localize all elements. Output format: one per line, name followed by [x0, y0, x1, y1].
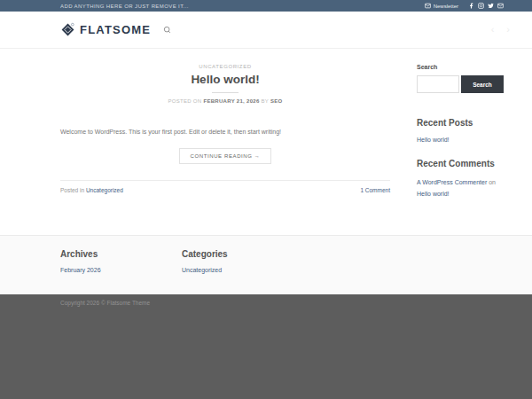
post-article: UNCATEGORIZED Hello world! POSTED ON FEB…	[60, 64, 390, 200]
top-bar: ADD ANYTHING HERE OR JUST REMOVE IT... N…	[0, 0, 532, 12]
comments-link[interactable]: 1 Comment	[360, 187, 390, 193]
recent-post-link[interactable]: Hello world!	[417, 137, 504, 143]
prev-arrow-button[interactable]: ‹	[489, 23, 497, 36]
flatsome-gem-icon	[60, 22, 75, 37]
sidebar: Search Search Recent Posts Hello world! …	[417, 64, 504, 200]
archives-widget: Archives February 2026	[60, 249, 182, 273]
envelope-icon	[425, 3, 431, 9]
recent-comments-heading: Recent Comments	[417, 159, 504, 168]
twitter-icon[interactable]	[488, 3, 494, 9]
instagram-icon[interactable]	[478, 3, 484, 9]
recent-posts-widget: Recent Posts Hello world!	[417, 118, 504, 143]
category-link[interactable]: Uncategorized	[182, 267, 303, 273]
title-divider	[212, 92, 239, 93]
footer-widgets: Archives February 2026 Categories Uncate…	[0, 235, 532, 294]
newsletter-label: Newsletter	[434, 4, 458, 9]
comment-author-link[interactable]: A WordPress Commenter	[417, 179, 487, 185]
archive-link[interactable]: February 2026	[60, 267, 182, 273]
comment-post-link[interactable]: Hello world!	[417, 191, 450, 197]
recent-posts-heading: Recent Posts	[417, 118, 504, 128]
search-icon[interactable]	[163, 26, 171, 34]
sidebar-search-button[interactable]: Search	[461, 75, 504, 93]
post-author-link[interactable]: SEO	[270, 98, 283, 104]
recent-comment-item: A WordPress Commenter on Hello world!	[417, 176, 504, 200]
post-footer-meta: Posted in Uncategorized 1 Comment	[60, 180, 390, 193]
archives-heading: Archives	[60, 249, 182, 259]
site-header: FLATSOME ‹ ›	[0, 12, 532, 49]
main-content: UNCATEGORIZED Hello world! POSTED ON FEB…	[0, 49, 532, 235]
categories-widget: Categories Uncategorized	[182, 249, 303, 273]
posted-in-category-link[interactable]: Uncategorized	[86, 187, 123, 193]
site-logo[interactable]: FLATSOME	[60, 22, 151, 37]
categories-heading: Categories	[182, 249, 303, 259]
facebook-icon[interactable]	[468, 3, 474, 9]
email-icon[interactable]	[497, 3, 504, 9]
post-title[interactable]: Hello world!	[60, 73, 390, 86]
comment-on-label: on	[487, 179, 496, 185]
recent-comments-widget: Recent Comments A WordPress Commenter on…	[417, 159, 504, 200]
post-date-link[interactable]: FEBRUARY 21, 2026	[203, 98, 259, 104]
next-arrow-button[interactable]: ›	[504, 23, 512, 36]
absolute-footer: Copyright 2026 © Flatsome Theme	[0, 294, 532, 399]
topbar-message: ADD ANYTHING HERE OR JUST REMOVE IT...	[60, 4, 189, 9]
posted-on-label: POSTED ON	[168, 98, 201, 104]
newsletter-link[interactable]: Newsletter	[425, 3, 458, 9]
sidebar-search-label: Search	[417, 64, 504, 70]
by-label: BY	[262, 98, 270, 104]
sidebar-search-input[interactable]	[417, 75, 459, 93]
posted-in-label: Posted in	[60, 187, 86, 193]
post-excerpt: Welcome to WordPress. This is your first…	[60, 127, 390, 137]
logo-text: FLATSOME	[80, 23, 151, 36]
continue-reading-button[interactable]: CONTINUE READING →	[179, 148, 272, 164]
post-meta: POSTED ON FEBRUARY 21, 2026 BY SEO	[60, 98, 390, 104]
post-category-label: UNCATEGORIZED	[60, 64, 390, 69]
copyright-text: Copyright 2026 © Flatsome Theme	[60, 294, 504, 306]
